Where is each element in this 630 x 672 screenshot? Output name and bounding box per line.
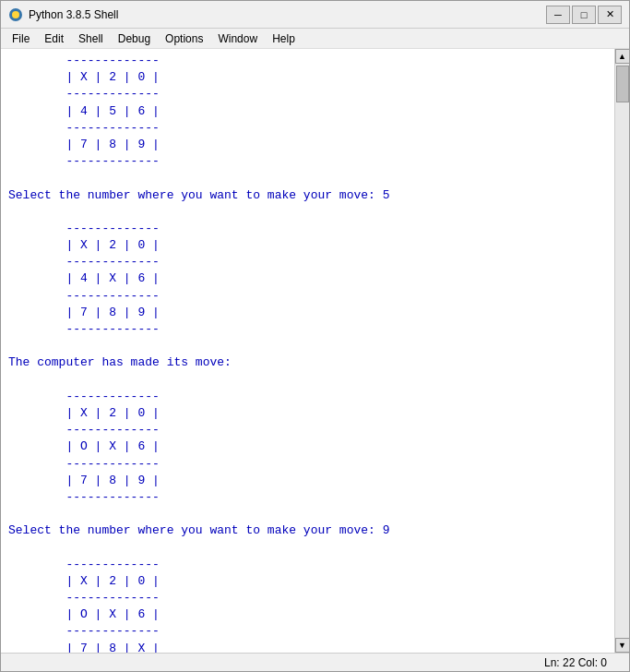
scrollbar[interactable]: ▲ ▼: [614, 49, 629, 653]
title-bar: Python 3.8.5 Shell ─ □ ✕: [1, 1, 629, 29]
window-title: Python 3.8.5 Shell: [29, 8, 546, 21]
menu-bar: File Edit Shell Debug Options Window Hel…: [1, 29, 629, 49]
scroll-track[interactable]: [615, 64, 629, 638]
menu-shell[interactable]: Shell: [71, 30, 111, 47]
scroll-down-button[interactable]: ▼: [615, 638, 630, 653]
window-controls: ─ □ ✕: [546, 6, 622, 24]
menu-debug[interactable]: Debug: [111, 30, 158, 47]
content-area: ------------- | X | 2 | 0 | ------------…: [1, 49, 629, 653]
menu-help[interactable]: Help: [265, 30, 303, 47]
status-bar: Ln: 22 Col: 0: [1, 653, 629, 671]
minimize-button[interactable]: ─: [546, 6, 570, 24]
menu-options[interactable]: Options: [158, 30, 210, 47]
shell-output[interactable]: ------------- | X | 2 | 0 | ------------…: [1, 49, 614, 653]
menu-file[interactable]: File: [5, 30, 37, 47]
menu-edit[interactable]: Edit: [37, 30, 71, 47]
maximize-button[interactable]: □: [572, 6, 596, 24]
line-col-status: Ln: 22 Col: 0: [544, 656, 607, 669]
scroll-thumb[interactable]: [616, 66, 629, 102]
svg-point-1: [12, 11, 19, 18]
scroll-up-button[interactable]: ▲: [615, 49, 630, 64]
close-button[interactable]: ✕: [598, 6, 622, 24]
app-icon: [8, 7, 23, 22]
main-window: Python 3.8.5 Shell ─ □ ✕ File Edit Shell…: [0, 0, 630, 672]
menu-window[interactable]: Window: [210, 30, 265, 47]
